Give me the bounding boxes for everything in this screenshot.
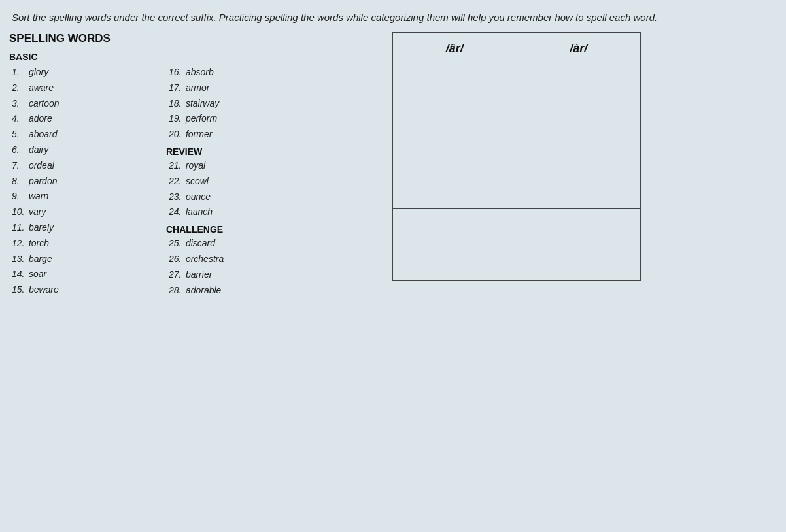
basic-label: BASIC [9, 52, 166, 62]
table-row [393, 137, 641, 209]
list-item: 1. glory [9, 65, 166, 80]
list-item: 19. perform [166, 111, 336, 127]
list-item: 15. beware [9, 282, 166, 298]
col-header-1: /âr/ [393, 33, 517, 65]
list-item: 7. ordeal [9, 158, 166, 174]
sort-cell[interactable] [517, 137, 641, 209]
list-item: 23. ounce [166, 190, 336, 205]
list-item: 9. warn [9, 189, 166, 205]
list-item: 8. pardon [9, 174, 166, 190]
list-item: 28. adorable [166, 283, 336, 299]
table-row [393, 65, 641, 137]
sort-table: /âr/ /àr/ [392, 32, 641, 281]
sort-cell[interactable] [517, 65, 641, 137]
words-columns: BASIC 1. glory 2. aware 3. cartoon 4. ad… [9, 50, 373, 298]
page: Sort the spelling words under the correc… [0, 0, 786, 532]
list-item: 17. armor [166, 80, 336, 96]
list-item: 24. launch [166, 205, 336, 220]
list-item: 16. absorb [166, 65, 336, 80]
list-item: 18. stairway [166, 96, 336, 112]
list-item: 25. discard [166, 236, 336, 252]
challenge-label: CHALLENGE [166, 224, 336, 235]
list-item: 11. barely [9, 220, 166, 236]
list-item: 5. aboard [9, 127, 166, 142]
sort-cell[interactable] [393, 137, 517, 209]
review-label: REVIEW [166, 146, 336, 157]
list-item: 26. orchestra [166, 252, 336, 267]
spelling-words-title: SPELLING WORDS [9, 32, 373, 45]
sort-cell[interactable] [393, 65, 517, 137]
table-row [393, 209, 641, 281]
word-list-section: SPELLING WORDS BASIC 1. glory 2. aware 3… [7, 32, 373, 298]
list-item: 27. barrier [166, 267, 336, 283]
list-item: 3. cartoon [9, 96, 166, 112]
list-item: 22. scowl [166, 174, 336, 190]
list-item: 6. dairy [9, 142, 166, 158]
col-right: 16. absorb 17. armor 18. stairway 19. pe… [166, 50, 336, 298]
sort-cell[interactable] [393, 209, 517, 281]
content-area: SPELLING WORDS BASIC 1. glory 2. aware 3… [7, 32, 773, 298]
list-item: 14. soar [9, 267, 166, 282]
sort-cell[interactable] [517, 209, 641, 281]
list-item: 21. royal [166, 158, 336, 174]
col-left: BASIC 1. glory 2. aware 3. cartoon 4. ad… [9, 50, 166, 298]
sort-grid-section: /âr/ /àr/ [373, 32, 773, 298]
col-header-2: /àr/ [517, 33, 641, 65]
list-item: 10. vary [9, 205, 166, 220]
list-item: 13. barge [9, 252, 166, 267]
list-item: 2. aware [9, 80, 166, 96]
list-item: 20. former [166, 127, 336, 142]
list-item: 12. torch [9, 236, 166, 252]
instruction-text: Sort the spelling words under the correc… [7, 12, 773, 23]
list-item: 4. adore [9, 111, 166, 127]
